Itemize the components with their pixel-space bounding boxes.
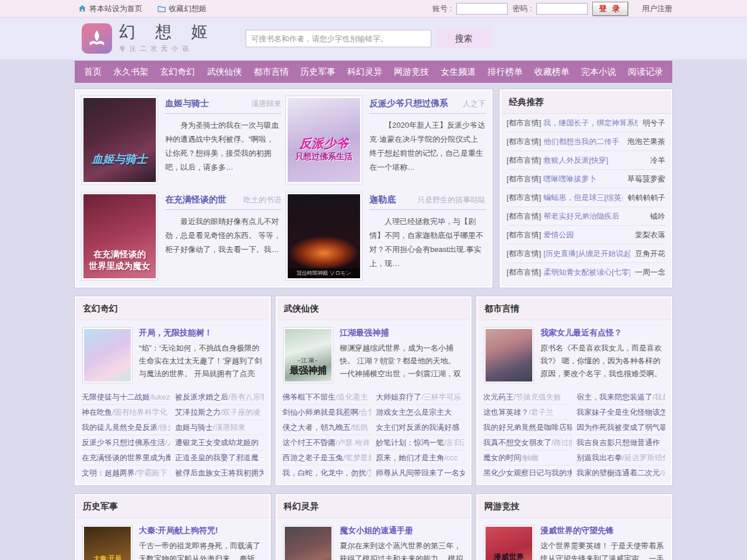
book-title-link[interactable]: 他们都想当我的二传手 <box>543 136 619 147</box>
search-input[interactable] <box>246 30 431 47</box>
book-title-link[interactable]: 江湖最强神捕 <box>340 328 463 338</box>
register-link[interactable]: 用户注册 <box>642 4 672 14</box>
book-title-link[interactable]: 这也算英雄？ <box>483 407 529 418</box>
book-title-link[interactable]: 帮老实好兄弟治隐疾后 <box>543 211 619 222</box>
book-list-item: 剑仙小师弟就是我惹啊 /合雪 <box>282 405 371 420</box>
book-cover[interactable] <box>484 328 533 383</box>
bookmark-site-link[interactable]: 收藏幻想姬 <box>158 4 207 14</box>
nav-item[interactable]: 网游竞技 <box>394 66 429 78</box>
book-title-link[interactable]: 剑仙小师弟就是我惹啊 <box>282 407 358 418</box>
nav-item[interactable]: 历史军事 <box>301 66 336 78</box>
book-title-link[interactable]: 宿主，我来陪您装逼了 <box>577 392 652 402</box>
book-list-item: 西游之老子是玉兔 /笔梦星辰 <box>282 450 371 466</box>
section-title: 网游竞技 <box>477 495 671 518</box>
book-title-link[interactable]: 爱情公园 <box>543 230 574 240</box>
book-title-link[interactable]: 正道圣皇的我娶了邪道魔 <box>175 453 259 463</box>
book-title-link[interactable]: 大师姐弃疗了 <box>376 392 421 402</box>
book-title-link[interactable]: 西游之老子是玉兔 <box>282 453 343 463</box>
nav-item[interactable]: 永久书架 <box>113 66 148 78</box>
set-homepage-link[interactable]: 将本站设为首页 <box>78 4 142 14</box>
password-input[interactable] <box>536 3 588 15</box>
book-cover[interactable] <box>83 328 132 383</box>
main-nav: 首页永久书架玄幻奇幻武侠仙侠都市言情历史军事科幻灵异网游竞技女生频道排行榜单收藏… <box>75 61 672 83</box>
book-title-link[interactable]: 这个纣王不昏庸 <box>282 438 336 448</box>
book-cover[interactable]: 大秦:开局 献上狗符咒 <box>83 526 132 560</box>
book-title-link[interactable]: 我，继国长子，绑定神算系统 <box>543 118 638 128</box>
cover-title-text: 世界里成为魔女 <box>89 260 151 272</box>
book-title-link[interactable]: 我的徒儿竟然全是反派 <box>82 422 158 433</box>
nav-item[interactable]: 武侠仙侠 <box>207 66 242 78</box>
book-author: 一周一念 <box>630 267 665 278</box>
book-title-link[interactable]: 被反派求婚之后 <box>175 392 228 402</box>
book-cover[interactable]: 冠位時間神殿 ソロモン <box>286 192 362 280</box>
book-title-link[interactable]: 开局，无限技能树！ <box>139 328 263 338</box>
account-input[interactable] <box>456 3 508 15</box>
book-title-link[interactable]: 柔弱知青女配被读心[七零] <box>543 267 630 278</box>
book-title-link[interactable]: 反派少爷只想过佛系生活 <box>82 438 165 448</box>
book-title-link[interactable]: 大秦:开局献上狗符咒! <box>139 526 263 536</box>
book-title-link[interactable]: 我真不想交女朋友了 <box>483 438 551 448</box>
book-title-link[interactable]: 蝙蝠崽，但是球三[综英美] <box>543 192 623 203</box>
book-title-link[interactable]: 魔女小姐的速通手册 <box>340 526 463 536</box>
book-title-link[interactable]: 师尊从凡间带回来了一名女 <box>376 468 465 478</box>
nav-item[interactable]: 女生频道 <box>441 66 476 78</box>
book-title-link[interactable]: 迦勒底 <box>369 194 396 205</box>
book-title-link[interactable]: 女主们对反派的我满好感 <box>376 422 459 433</box>
book-title-link[interactable]: 黑化少女观察日记与我的求 <box>483 468 572 478</box>
book-title-link[interactable]: 次元药王 <box>483 392 514 402</box>
book-title-link[interactable]: 在充满怪谈的世界里成为魔 <box>82 453 170 463</box>
book-title-link[interactable]: 遭银龙王女变成幼龙姬的 <box>175 438 259 448</box>
book-title-link[interactable]: 无限使徒与十二战姬 <box>82 392 150 402</box>
book-title-link[interactable]: [历史直播]从缠足开始说起 <box>543 249 630 259</box>
book-cover[interactable]: 在充满怪谈的 世界里成为魔女 <box>82 192 158 280</box>
book-title-link[interactable]: 救赎人外反派[快穿] <box>543 155 608 166</box>
login-button[interactable]: 登 录 <box>592 2 628 16</box>
nav-item[interactable]: 玄幻奇幻 <box>160 66 195 78</box>
book-title-link[interactable]: 佛爷棍下不留生 <box>282 392 336 402</box>
book-title-link[interactable]: 文明：超越两界 <box>82 468 135 478</box>
nav-item[interactable]: 首页 <box>84 66 102 78</box>
book-title-link[interactable]: 漫威世界的守望先锋 <box>540 526 664 536</box>
site-logo[interactable]: 幻 想 姬 专注二次元小说 <box>82 23 215 54</box>
book-title-link[interactable]: 别逼我出右拳 <box>577 453 622 463</box>
book-cover[interactable]: 血姬与骑士 <box>82 96 158 184</box>
book-title-link[interactable]: 魔女的时间 <box>483 453 521 463</box>
recommend-list-item: [都市言情] 我，继国长子，绑定神算系统 明兮子 <box>507 114 665 132</box>
nav-item[interactable]: 完本小说 <box>581 66 616 78</box>
book-cover[interactable]: 漫威世界 的守望先锋 <box>484 526 533 560</box>
book-title-link[interactable]: 我，白蛇，化龙中，勿扰 <box>282 468 366 478</box>
book-list-item: 被俘后血族女王将我初拥为 <box>175 466 264 481</box>
book-title-link[interactable]: 艾泽拉斯之力 <box>175 407 221 418</box>
book-title-link[interactable]: 在充满怪谈的世 <box>165 194 226 205</box>
nav-item[interactable]: 阅读记录 <box>628 66 663 78</box>
book-title-link[interactable]: 反派少爷只想过佛系 <box>369 98 448 109</box>
book-title-link[interactable]: 我吉良吉影只想做普通作 <box>577 438 660 448</box>
book-title-link[interactable]: 血姬与骑士 <box>165 98 209 109</box>
book-cover[interactable] <box>284 526 333 560</box>
book-list-item: 神在吃鱼 /固有结界科学化 <box>82 405 170 420</box>
book-title-link[interactable]: 因为作死我被变成了弱气吸 <box>577 422 665 433</box>
nav-item[interactable]: 都市言情 <box>254 66 289 78</box>
nav-item[interactable]: 排行榜单 <box>487 66 522 78</box>
book-author: 明兮子 <box>638 118 665 128</box>
book-title-link[interactable]: 妙笔计划：惊鸿一笔 <box>376 438 444 448</box>
book-title-link[interactable]: 我家的壁橱连通着二次元 <box>577 468 660 478</box>
book-cover[interactable]: 反派少爷 只想过佛系生活 <box>286 96 362 184</box>
nav-item[interactable]: 收藏榜单 <box>535 66 570 78</box>
book-title-link[interactable]: 原来，她们才是主角 <box>376 453 444 463</box>
book-title-link[interactable]: 血姬与骑士 <box>175 422 213 433</box>
book-title-link[interactable]: 侠之大者，朝九晚五 <box>282 422 351 433</box>
book-title-link[interactable]: 我家女儿最近有点怪？ <box>540 328 664 338</box>
book-title-link[interactable]: 嘿咻嘿咻拔萝卜 <box>543 174 596 184</box>
nav-item[interactable]: 科幻灵异 <box>347 66 382 78</box>
search-button[interactable]: 搜索 <box>437 29 491 48</box>
book-title-link[interactable]: 神在吃鱼 <box>82 407 112 418</box>
category-label: [都市言情] <box>507 211 541 222</box>
book-title-link[interactable]: 游戏女主怎么是宗主大 <box>376 407 452 418</box>
book-list-item: 魔女的时间 /触幽 <box>483 450 572 466</box>
book-title-link[interactable]: 被俘后血族女王将我初拥为 <box>175 468 264 478</box>
book-title-link[interactable]: 我的好兄弟竟然是咖啡店猫 <box>483 422 572 433</box>
book-title-link[interactable]: 我家妹子全是生化怪物该怎 <box>577 407 665 418</box>
book-list-item: 血姬与骑士 /漢唐歸來 <box>175 420 264 435</box>
book-cover[interactable]: -江湖- 最强神捕 <box>284 328 333 383</box>
